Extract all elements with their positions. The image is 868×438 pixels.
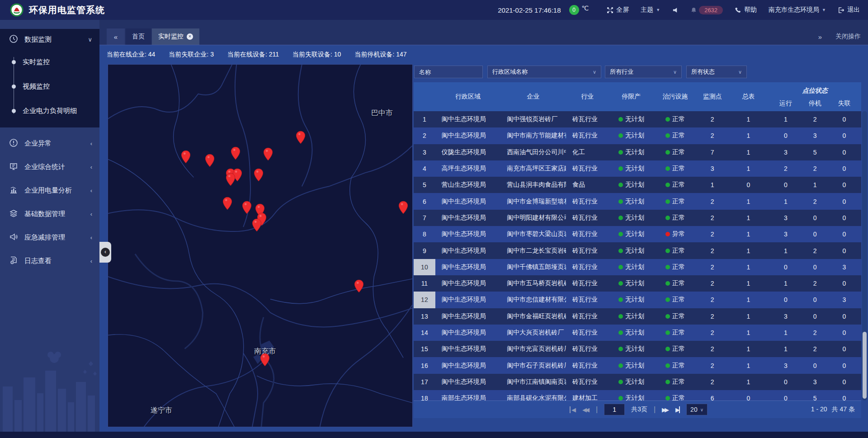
cell-stopped: 0 [802, 210, 827, 226]
table-row[interactable]: 4高坪生态环境局南充市高坪区王家店建砖瓦行业无计划正常31220 [414, 160, 861, 177]
map-pin-5[interactable] [263, 147, 273, 161]
table-row[interactable]: 18南部生态环境局南部县砚化水泥有限公建材加工无计划正常60050 [414, 390, 861, 400]
scrollbar-thumb[interactable] [863, 332, 867, 399]
region-filter-select[interactable]: 行政区域名称∨ [487, 66, 601, 78]
theme-button[interactable]: 主题▼ [641, 6, 660, 14]
cell-index: 1 [414, 111, 435, 127]
table-row[interactable]: 14阆中生态环境局阆中大兴页岩机砖厂砖瓦行业无计划正常21120 [414, 325, 861, 341]
sidebar-item-power-usage-analysis[interactable]: 企业用电量分析‹ [0, 180, 99, 201]
cell-monitor-points: 2 [697, 374, 728, 390]
map-pin-15[interactable] [398, 201, 408, 214]
cell-total-meters: 0 [728, 177, 769, 193]
table-row[interactable]: 12阆中生态环境局阆中市忠信建材有限公砖瓦行业无计划正常21003 [414, 292, 861, 308]
map-pin-16[interactable] [354, 279, 364, 293]
cell-industry: 砖瓦行业 [566, 160, 609, 177]
total-count-label: 共 47 条 [832, 405, 855, 414]
table-row[interactable]: 3仪陇生态环境局西南油气田分公司川中化工无计划正常71350 [414, 144, 861, 160]
table-scrollbar[interactable] [862, 111, 867, 400]
page-bottom-edge [0, 432, 868, 438]
status-dot-green [618, 363, 623, 368]
city-label-巴中市: 巴中市 [371, 108, 393, 118]
help-button[interactable]: 帮助 [735, 6, 757, 14]
cell-region: 阆中生态环境局 [435, 308, 501, 325]
status-dot-green [618, 199, 623, 204]
cell-index: 15 [414, 341, 435, 357]
prev-page-button[interactable]: ◀◀ [582, 406, 590, 413]
sidebar-item-enterprise-abnormal[interactable]: 企业异常‹ [0, 133, 99, 154]
page-number-input[interactable] [604, 404, 625, 415]
tab-scroll-right-button[interactable]: » [818, 33, 822, 41]
cell-offline: 0 [827, 226, 861, 242]
close-operations-button[interactable]: 关闭操作 [835, 33, 861, 41]
table-row[interactable]: 9阆中生态环境局阆中市二龙长宝页岩砖砖瓦行业无计划正常21120 [414, 242, 861, 259]
table-row[interactable]: 16阆中生态环境局阆中市石子页岩机砖厂砖瓦行业无计划正常21300 [414, 357, 861, 373]
map-pin-2[interactable] [231, 146, 241, 160]
cell-industry: 砖瓦行业 [566, 242, 609, 259]
status-dot-green [618, 249, 623, 253]
org-menu[interactable]: 南充市生态环境局▼ [769, 6, 826, 14]
map-pin-1[interactable] [296, 131, 306, 144]
first-page-button[interactable]: ◀ [570, 406, 576, 413]
map-pin-8[interactable] [226, 173, 236, 186]
cell-production-status: 无计划 [609, 144, 654, 160]
cell-production-status: 无计划 [609, 308, 654, 325]
last-page-button[interactable]: ▶ [675, 406, 680, 413]
cell-stopped: 5 [802, 390, 827, 400]
tab-实时监控[interactable]: 实时监控× [152, 28, 199, 45]
page-size-select[interactable]: 20∨ [686, 404, 708, 415]
table-row[interactable]: 7阆中生态环境局阆中明阳建材有限公司砖瓦行业无计划正常21300 [414, 210, 861, 226]
cell-running: 3 [769, 144, 802, 160]
table-row[interactable]: 13阆中生态环境局阆中市金福旺页岩机砖砖瓦行业无计划正常21300 [414, 308, 861, 325]
logout-button[interactable]: 退出 [838, 6, 860, 14]
sidebar-item-enterprise-statistics[interactable]: 企业综合统计‹ [0, 156, 99, 177]
cell-company: 阆中明阳建材有限公司 [500, 210, 566, 226]
table-row[interactable]: 2阆中生态环境局阆中市南方节能建材有砖瓦行业无计划正常21030 [414, 127, 861, 144]
cell-monitor-points: 1 [697, 177, 728, 193]
cell-company: 阆中强锐页岩砖厂 [500, 111, 566, 127]
column-header-监测点: 监测点 [697, 82, 728, 111]
cell-production-status: 无计划 [609, 226, 654, 242]
map-pin-14[interactable] [252, 218, 262, 232]
close-icon[interactable]: × [187, 33, 193, 40]
cell-index: 11 [414, 275, 435, 292]
sidebar-item-log-view[interactable]: 日志查看‹ [0, 250, 99, 271]
tab-scroll-left-button[interactable]: « [107, 28, 125, 45]
map-pin-3[interactable] [181, 150, 191, 164]
name-filter[interactable] [414, 66, 483, 78]
cell-monitor-points: 2 [697, 127, 728, 144]
industry-filter-select[interactable]: 所有行业∨ [605, 66, 682, 78]
cell-industry: 砖瓦行业 [566, 127, 609, 144]
sidebar-item-base-data[interactable]: 基础数据管理‹ [0, 203, 99, 224]
map-canvas[interactable]: 巴中市南充市遂宁市 [108, 64, 413, 427]
mute-speaker-button[interactable] [672, 7, 679, 14]
map-pin-11[interactable] [242, 201, 252, 214]
sidebar-collapse-toggle[interactable]: ‹ [99, 242, 111, 263]
cell-total-meters: 1 [728, 127, 769, 144]
map-pin-10[interactable] [222, 197, 232, 210]
sidebar-item-data-monitor[interactable]: 数据监测∨ [0, 29, 99, 50]
fullscreen-button[interactable]: 全屏 [607, 6, 629, 14]
table-row[interactable]: 10阆中生态环境局阆中千佛镇五郎垭页岩砖瓦行业无计划正常21003 [414, 259, 861, 275]
sidebar-subitem-实时监控[interactable]: 实时监控 [0, 50, 99, 74]
table-row[interactable]: 11阆中生态环境局阆中市五马桥页岩机砖砖瓦行业无计划正常21120 [414, 275, 861, 292]
table-row[interactable]: 1阆中生态环境局阆中强锐页岩砖厂砖瓦行业无计划正常21120 [414, 111, 861, 127]
tab-首页[interactable]: 首页 [126, 28, 151, 45]
table-row[interactable]: 8阆中生态环境局阆中市枣碧大梁山页岩砖瓦行业无计划异常21300 [414, 226, 861, 242]
map-pin-9[interactable] [254, 168, 264, 182]
sidebar-subitem-企业电力负荷明细[interactable]: 企业电力负荷明细 [0, 99, 99, 123]
table-row[interactable]: 15阆中生态环境局阆中市光富页岩机砖厂砖瓦行业无计划正常21120 [414, 341, 861, 357]
sidebar-item-emergency-reduction[interactable]: 应急减排管理‹ [0, 227, 99, 248]
chevron-down-icon: ∨ [700, 407, 703, 412]
status-filter-select[interactable]: 所有状态∨ [686, 66, 747, 78]
name-filter-input[interactable] [419, 69, 478, 75]
megaphone-icon [9, 232, 19, 242]
notification-bell[interactable]: 2632 [690, 6, 723, 14]
table-row[interactable]: 17阆中生态环境局阆中市江南镇阆南页岩砖瓦行业无计划正常21030 [414, 374, 861, 390]
sidebar-subitem-视频监控[interactable]: 视频监控 [0, 74, 99, 99]
table-row[interactable]: 5营山生态环境局营山县润丰肉食品有限食品无计划正常10010 [414, 177, 861, 193]
map-pin-4[interactable] [205, 154, 215, 167]
table-row[interactable]: 6阆中生态环境局阆中市金博瑞新型墙材砖瓦行业无计划正常21120 [414, 193, 861, 209]
cell-stopped: 2 [802, 193, 827, 209]
next-page-button[interactable]: ▶▶ [662, 406, 669, 413]
map-pin-17[interactable] [260, 353, 270, 367]
